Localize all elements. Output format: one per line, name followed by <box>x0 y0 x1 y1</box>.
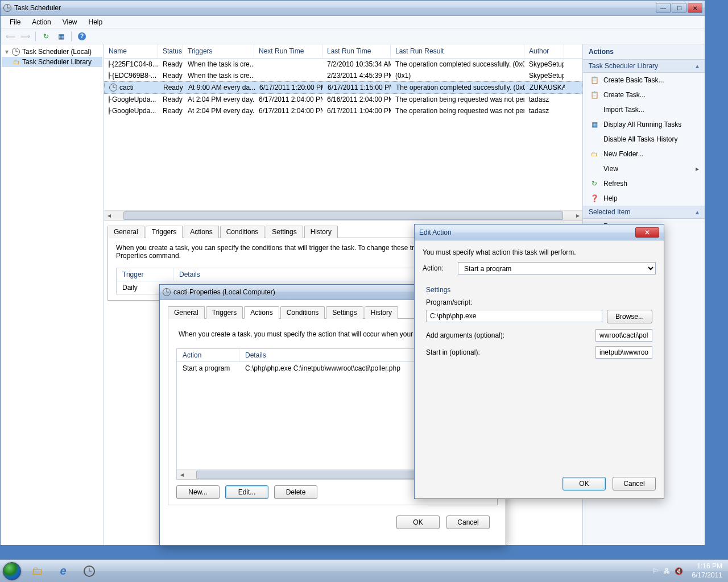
col-triggers[interactable]: Triggers <box>183 44 254 58</box>
delete-button[interactable]: Delete <box>274 485 317 499</box>
close-button[interactable]: ✕ <box>688 3 702 13</box>
action-link[interactable]: ↻Refresh <box>583 176 705 191</box>
tab-general[interactable]: General <box>107 226 144 238</box>
props-cancel-button[interactable]: Cancel <box>446 516 490 529</box>
startin-label: Start in (optional): <box>426 348 590 356</box>
refresh-button[interactable]: ↻ <box>40 30 52 43</box>
props-tab-conditions[interactable]: Conditions <box>280 306 325 319</box>
tab-conditions[interactable]: Conditions <box>220 226 265 238</box>
col-author[interactable]: Author <box>524 44 564 58</box>
props-tab-settings[interactable]: Settings <box>326 306 363 319</box>
action-link[interactable]: ❓Help <box>583 191 705 206</box>
ie-pinned[interactable]: e <box>51 562 76 581</box>
props-tab-general[interactable]: General <box>168 306 205 319</box>
systray-volume-icon[interactable]: 🔇 <box>675 567 683 575</box>
menu-help[interactable]: Help <box>83 17 109 27</box>
new-button[interactable]: New... <box>176 485 220 499</box>
systray-flag-icon[interactable]: ⚐ <box>652 567 659 575</box>
edit-ok-button[interactable]: OK <box>562 477 606 490</box>
task-result: The operation completed successfully. (0… <box>391 82 525 93</box>
action-link[interactable]: Disable All Tasks History <box>583 132 705 147</box>
horizontal-scrollbar[interactable]: ◂ ▸ <box>104 210 582 220</box>
edit-close-button[interactable]: ✕ <box>635 227 659 238</box>
props-tab-history[interactable]: History <box>365 306 398 319</box>
chevron-up-icon: ▴ <box>696 208 699 216</box>
action-link[interactable]: 🗀New Folder... <box>583 147 705 161</box>
edit-button[interactable]: Edit... <box>225 485 268 499</box>
actions-section-selected[interactable]: Selected Item▴ <box>583 206 705 219</box>
task-row[interactable]: GoogleUpda...ReadyAt 2:04 PM every day..… <box>104 105 582 117</box>
tab-settings[interactable]: Settings <box>266 226 303 238</box>
action-link[interactable]: ▦Display All Running Tasks <box>583 117 705 132</box>
action-link[interactable]: Import Task... <box>583 102 705 117</box>
scheduler-pinned[interactable] <box>77 562 102 581</box>
startin-input[interactable] <box>595 346 652 359</box>
tab-actions[interactable]: Actions <box>184 226 218 238</box>
help-button[interactable]: ? <box>76 30 88 43</box>
minimize-button[interactable]: — <box>656 3 671 13</box>
scroll-left-arrow[interactable]: ◂ <box>104 211 114 221</box>
task-row[interactable]: GoogleUpda...ReadyAt 2:04 PM every day..… <box>104 94 582 105</box>
titlebar[interactable]: Task Scheduler — ☐ ✕ <box>1 1 705 16</box>
tree-pane: ▾ Task Scheduler (Local) 🗀 Task Schedule… <box>1 44 104 545</box>
action-name: Start a program <box>177 362 239 375</box>
task-name: {EDC969B8-... <box>104 70 158 81</box>
col-last-run[interactable]: Last Run Time <box>322 44 391 58</box>
task-row[interactable]: {EDC969B8-...ReadyWhen the task is cre..… <box>104 70 582 81</box>
scroll-thumb[interactable] <box>123 211 563 220</box>
app-icon <box>3 3 12 13</box>
task-row[interactable]: cactiReadyAt 9:00 AM every da...6/17/201… <box>104 81 582 94</box>
edit-cancel-button[interactable]: Cancel <box>613 477 656 490</box>
action-link[interactable]: 📋Create Basic Task... <box>583 73 705 88</box>
props-col-action[interactable]: Action <box>177 349 239 361</box>
maximize-button[interactable]: ☐ <box>672 3 686 13</box>
menu-action[interactable]: Action <box>26 17 56 27</box>
taskbar-clock[interactable]: 1:16 PM 6/17/2011 <box>692 562 722 580</box>
args-label: Add arguments (optional): <box>426 331 590 339</box>
toolbar: ⟸ ⟹ ↻ ▦ ? <box>1 28 705 44</box>
explorer-pinned[interactable]: 🗀 <box>24 562 49 581</box>
forward-button[interactable]: ⟹ <box>19 30 31 43</box>
menu-view[interactable]: View <box>57 17 83 27</box>
col-name[interactable]: Name <box>104 44 158 58</box>
expander-icon[interactable]: ▾ <box>4 48 10 56</box>
edit-titlebar[interactable]: Edit Action ✕ <box>415 225 664 240</box>
tree-library[interactable]: 🗀 Task Scheduler Library <box>2 57 102 67</box>
actions-section-library[interactable]: Task Scheduler Library▴ <box>583 60 705 73</box>
action-link-label: Help <box>603 194 618 202</box>
props-tab-actions[interactable]: Actions <box>244 306 279 319</box>
col-status[interactable]: Status <box>158 44 183 58</box>
tab-triggers[interactable]: Triggers <box>146 226 183 238</box>
trigger-header-trigger[interactable]: Trigger <box>117 268 173 281</box>
action-link-label: New Folder... <box>603 150 644 158</box>
folder-icon: 🗀 <box>31 564 43 577</box>
back-button[interactable]: ⟸ <box>4 30 16 43</box>
col-last-result[interactable]: Last Run Result <box>391 44 524 58</box>
action-link[interactable]: 📋Create Task... <box>583 88 705 102</box>
action-select[interactable]: Start a program <box>458 262 656 275</box>
program-input[interactable] <box>426 310 602 322</box>
scheduler-icon <box>12 48 20 56</box>
settings-label: Settings <box>426 286 652 294</box>
action-icon: 📋 <box>590 90 599 99</box>
args-input[interactable] <box>595 329 652 342</box>
menu-file[interactable]: File <box>4 17 26 27</box>
action-link[interactable]: View <box>583 161 705 176</box>
task-status: Ready <box>158 106 183 116</box>
start-orb-icon <box>3 562 21 580</box>
properties-button[interactable]: ▦ <box>55 30 67 43</box>
browse-button[interactable]: Browse... <box>607 310 652 323</box>
props-tab-triggers[interactable]: Triggers <box>206 306 243 319</box>
props-ok-button[interactable]: OK <box>396 516 440 529</box>
systray-network-icon[interactable]: 🖧 <box>663 567 670 575</box>
task-row[interactable]: {225F1C04-8...ReadyWhen the task is cre.… <box>104 59 582 70</box>
tab-history[interactable]: History <box>304 226 338 238</box>
col-next-run[interactable]: Next Run Time <box>254 44 322 58</box>
start-button[interactable] <box>0 560 24 583</box>
tree-root[interactable]: ▾ Task Scheduler (Local) <box>2 47 102 57</box>
task-last-run: 7/2/2010 10:35:34 AM <box>322 59 391 69</box>
ie-icon: e <box>60 564 66 577</box>
folder-icon: 🗀 <box>13 58 20 66</box>
scroll-right-arrow[interactable]: ▸ <box>573 211 582 221</box>
program-label: Program/script: <box>426 298 652 306</box>
